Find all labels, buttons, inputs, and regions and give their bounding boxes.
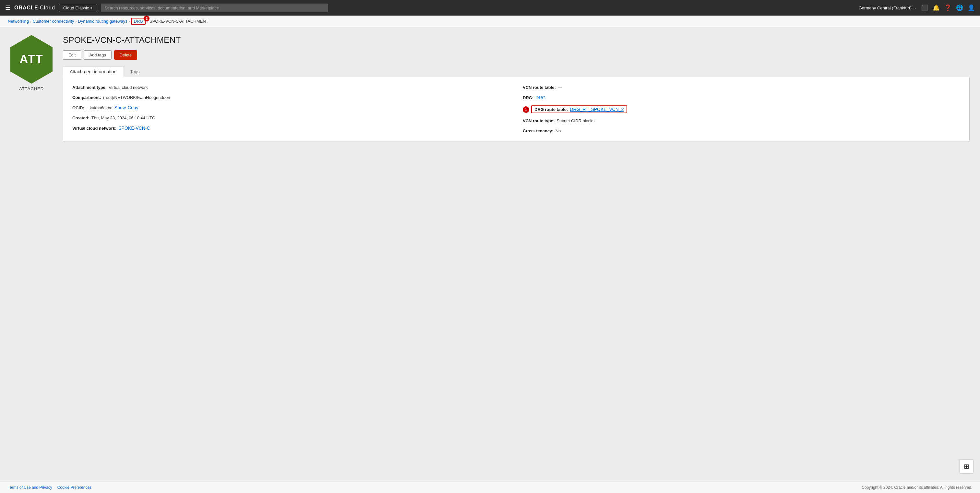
breadcrumb-sep-3: ›: [129, 19, 130, 23]
drg-badge: 2: [144, 16, 150, 21]
ocid-label: OCID:: [72, 105, 84, 110]
help-grid-icon: ⊞: [964, 463, 969, 470]
vcn-route-table-value: —: [558, 85, 562, 90]
drg-route-table-label: DRG route table:: [535, 107, 568, 112]
page-title: SPOKE-VCN-C-ATTACHMENT: [63, 35, 970, 45]
oracle-logo: ORACLE Cloud: [14, 5, 55, 11]
created-value: Thu, May 23, 2024, 06:10:44 UTC: [91, 116, 155, 120]
compartment-label: Compartment:: [72, 95, 101, 100]
add-tags-button[interactable]: Add tags: [84, 50, 111, 60]
help-widget[interactable]: ⊞: [959, 459, 974, 474]
info-card: Attachment type: Virtual cloud network C…: [63, 77, 970, 142]
resource-icon-container: ATT ATTACHED: [10, 35, 52, 91]
vcn-row: Virtual cloud network: SPOKE-VCN-C: [72, 126, 510, 131]
drg-label: DRG:: [523, 95, 533, 100]
vcn-link[interactable]: SPOKE-VCN-C: [118, 126, 150, 131]
vcn-route-table-row: VCN route table: —: [523, 85, 960, 90]
tab-attachment-information[interactable]: Attachment information: [63, 66, 123, 77]
hex-label: ATT: [19, 52, 43, 66]
tabs-container: Attachment information Tags: [63, 66, 970, 77]
bell-icon[interactable]: 🔔: [933, 4, 940, 11]
attachment-type-value: Virtual cloud network: [109, 85, 148, 90]
drg-route-table-row: 1 DRG route table: DRG_RT_SPOKE_VCN_2: [523, 105, 960, 113]
drg-route-table-link[interactable]: DRG_RT_SPOKE_VCN_2: [570, 107, 624, 112]
user-avatar-icon[interactable]: 👤: [968, 4, 975, 11]
attachment-hexagon: ATT: [10, 35, 52, 84]
delete-button[interactable]: Delete: [114, 50, 137, 60]
ocid-copy-link[interactable]: Copy: [128, 105, 138, 110]
vcn-route-table-label: VCN route table:: [523, 85, 556, 90]
drg-row: DRG: DRG: [523, 95, 960, 100]
ocid-value: ...kukhn6akba: [86, 105, 113, 110]
cloud-classic-button[interactable]: Cloud Classic >: [59, 4, 97, 12]
drg-route-table-highlight: DRG route table: DRG_RT_SPOKE_VCN_2: [531, 105, 627, 113]
monitor-icon[interactable]: ⬛: [921, 4, 928, 11]
cross-tenancy-label: Cross-tenancy:: [523, 129, 554, 133]
compartment-row: Compartment: (root)/NETWORK/IwanHoogendo…: [72, 95, 510, 100]
footer: Terms of Use and Privacy Cookie Preferen…: [0, 482, 980, 493]
help-icon[interactable]: ❓: [944, 4, 951, 11]
created-label: Created:: [72, 116, 89, 120]
page-header: ATT ATTACHED SPOKE-VCN-C-ATTACHMENT Edit…: [10, 35, 970, 142]
attachment-type-label: Attachment type:: [72, 85, 107, 90]
hamburger-menu-icon[interactable]: ☰: [5, 4, 10, 11]
cross-tenancy-row: Cross-tenancy: No: [523, 129, 960, 133]
drg-route-badge: 1: [523, 107, 529, 113]
edit-button[interactable]: Edit: [63, 50, 81, 60]
vcn-label: Virtual cloud network:: [72, 126, 116, 131]
main-content: ATT ATTACHED SPOKE-VCN-C-ATTACHMENT Edit…: [0, 27, 980, 482]
ocid-show-link[interactable]: Show: [115, 105, 126, 110]
info-grid: Attachment type: Virtual cloud network C…: [72, 85, 960, 133]
footer-links: Terms of Use and Privacy Cookie Preferen…: [8, 485, 91, 490]
breadcrumb-dynamic-routing-gateways[interactable]: Dynamic routing gateways: [78, 19, 127, 24]
breadcrumb-current: SPOKE-VCN-C-ATTACHMENT: [150, 19, 208, 24]
region-selector[interactable]: Germany Central (Frankfurt) ⌄: [859, 5, 916, 10]
search-input[interactable]: [101, 3, 328, 12]
vcn-route-type-row: VCN route type: Subnet CIDR blocks: [523, 118, 960, 123]
ocid-row: OCID: ...kukhn6akba Show Copy: [72, 105, 510, 110]
drg-link[interactable]: DRG: [535, 95, 546, 100]
breadcrumb-networking[interactable]: Networking: [8, 19, 29, 24]
terms-link[interactable]: Terms of Use and Privacy: [8, 485, 52, 490]
globe-icon[interactable]: 🌐: [956, 4, 963, 11]
created-row: Created: Thu, May 23, 2024, 06:10:44 UTC: [72, 116, 510, 120]
breadcrumb: Networking › Customer connectivity › Dyn…: [0, 16, 980, 27]
top-navigation: ☰ ORACLE Cloud Cloud Classic > Germany C…: [0, 0, 980, 16]
page-title-section: SPOKE-VCN-C-ATTACHMENT Edit Add tags Del…: [63, 35, 970, 142]
vcn-route-type-value: Subnet CIDR blocks: [557, 118, 594, 123]
tab-tags[interactable]: Tags: [123, 66, 146, 77]
breadcrumb-sep-1: ›: [30, 19, 32, 23]
nav-right-section: Germany Central (Frankfurt) ⌄ ⬛ 🔔 ❓ 🌐 👤: [859, 4, 975, 11]
action-buttons: Edit Add tags Delete: [63, 50, 970, 60]
breadcrumb-customer-connectivity[interactable]: Customer connectivity: [33, 19, 74, 24]
status-badge: ATTACHED: [19, 86, 44, 91]
breadcrumb-sep-2: ›: [76, 19, 77, 23]
attachment-type-row: Attachment type: Virtual cloud network: [72, 85, 510, 90]
cookie-link[interactable]: Cookie Preferences: [57, 485, 91, 490]
compartment-value: (root)/NETWORK/IwanHoogendoorn: [103, 95, 172, 100]
copyright-text: Copyright © 2024, Oracle and/or its affi…: [862, 485, 972, 490]
vcn-route-type-label: VCN route type:: [523, 118, 555, 123]
cross-tenancy-value: No: [555, 129, 561, 133]
